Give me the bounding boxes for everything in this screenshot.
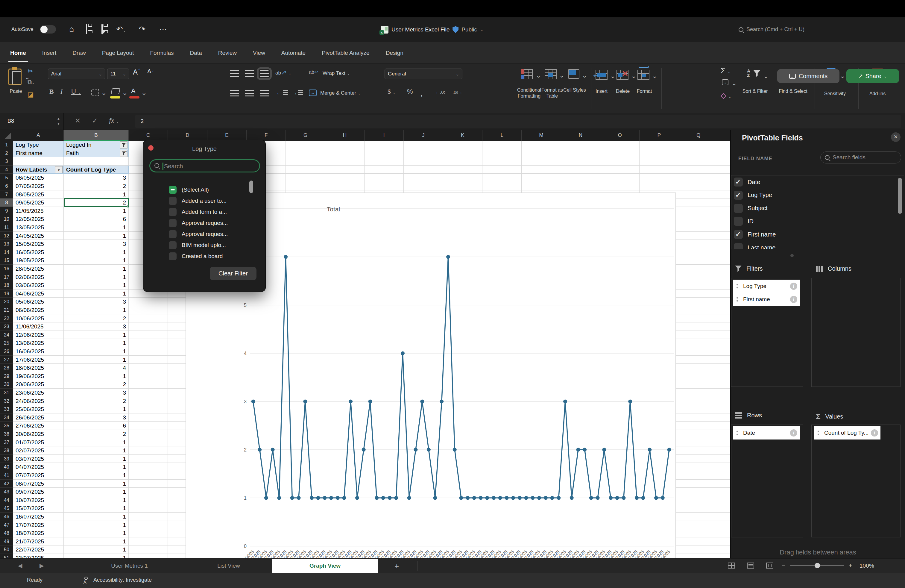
font-color-chevron-icon[interactable]: ⌄: [141, 89, 147, 97]
save-icon[interactable]: [81, 24, 92, 34]
zoom-out-icon[interactable]: −: [782, 563, 785, 569]
row-header-1[interactable]: 1: [0, 141, 13, 149]
cell[interactable]: 05/06/2025: [13, 297, 64, 306]
normal-view-icon[interactable]: [728, 563, 735, 569]
field-chip-date[interactable]: Datei: [733, 426, 800, 440]
ribbon-tab-view[interactable]: View: [252, 50, 266, 56]
cell[interactable]: 04/07/2025: [13, 463, 64, 471]
name-box-spinner[interactable]: ▲▼: [57, 116, 60, 126]
cell[interactable]: [13, 157, 64, 165]
checkbox-icon[interactable]: [734, 230, 743, 239]
sheet-tab-user-metrics-1[interactable]: User Metrics 1: [73, 559, 186, 573]
ribbon-tab-automate[interactable]: Automate: [280, 50, 307, 56]
prev-sheet-icon[interactable]: ◀: [18, 562, 22, 569]
increase-decimal-icon[interactable]: ←.00: [435, 89, 445, 95]
cell[interactable]: 3: [64, 297, 129, 306]
cell[interactable]: 03/06/2025: [13, 281, 64, 289]
row-header-35[interactable]: 35: [0, 421, 13, 430]
field-list-scrollbar[interactable]: [898, 178, 902, 214]
cell[interactable]: 2: [64, 380, 129, 389]
cell[interactable]: 06/05/2025: [13, 174, 64, 182]
column-header-B[interactable]: B: [64, 130, 129, 141]
currency-icon[interactable]: $ ⌄: [387, 88, 395, 95]
borders-icon[interactable]: [91, 89, 99, 96]
cell[interactable]: 03/07/2025: [13, 455, 64, 463]
drag-handle-icon[interactable]: [737, 283, 738, 289]
ribbon-tab-review[interactable]: Review: [217, 50, 238, 56]
cell[interactable]: Logged In▾: [64, 141, 129, 149]
row-header-21[interactable]: 21: [0, 306, 13, 315]
cell[interactable]: 16/06/2025: [13, 347, 64, 356]
cell[interactable]: 1: [64, 356, 129, 364]
cell[interactable]: 08/05/2025: [13, 191, 64, 199]
cell[interactable]: 1: [64, 289, 129, 298]
cell[interactable]: 24/06/2025: [13, 397, 64, 405]
row-header-14[interactable]: 14: [0, 248, 13, 257]
autosave-toggle[interactable]: [40, 25, 56, 33]
ribbon-tab-pivottable-analyze[interactable]: PivotTable Analyze: [321, 50, 371, 56]
page-break-view-icon[interactable]: [766, 563, 773, 569]
undo-icon[interactable]: ↶⌄: [116, 24, 126, 34]
row-header-22[interactable]: 22: [0, 315, 13, 323]
comma-icon[interactable]: ,: [421, 88, 423, 98]
privacy-chevron-icon[interactable]: ⌄: [480, 27, 483, 32]
column-header-N[interactable]: N: [561, 130, 600, 141]
name-box[interactable]: B8 ▲▼: [0, 113, 64, 130]
orientation-icon[interactable]: ab↗ ⌄: [275, 68, 292, 76]
row-header-37[interactable]: 37: [0, 438, 13, 447]
bold-icon[interactable]: B: [49, 88, 54, 95]
cell[interactable]: Row Labels▼: [13, 165, 64, 174]
column-header-C[interactable]: C: [129, 130, 168, 141]
cell[interactable]: 10/07/2025: [13, 496, 64, 504]
add-sheet-button[interactable]: +: [394, 562, 399, 571]
cell[interactable]: 19/06/2025: [13, 372, 64, 380]
cell[interactable]: 12/06/2025: [13, 331, 64, 339]
save-as-icon[interactable]: [97, 24, 107, 34]
cell[interactable]: 1: [64, 273, 129, 281]
cell[interactable]: Count of Log Type: [64, 165, 129, 174]
align-top-icon[interactable]: [230, 70, 239, 77]
decrease-decimal-icon[interactable]: .00→: [452, 89, 462, 95]
cell[interactable]: 1: [64, 554, 129, 558]
row-header-24[interactable]: 24: [0, 331, 13, 339]
align-bottom-icon[interactable]: [260, 70, 269, 77]
row-header-49[interactable]: 49: [0, 537, 13, 546]
cell[interactable]: 1: [64, 405, 129, 413]
borders-chevron-icon[interactable]: ⌄: [101, 89, 106, 97]
column-header-K[interactable]: K: [443, 130, 483, 141]
cell[interactable]: 3: [64, 413, 129, 422]
cell[interactable]: 02/06/2025: [13, 273, 64, 281]
column-header-F[interactable]: F: [247, 130, 286, 141]
cell[interactable]: 1: [64, 521, 129, 529]
row-header-20[interactable]: 20: [0, 297, 13, 306]
row-header-12[interactable]: 12: [0, 232, 13, 240]
cell[interactable]: 1: [64, 455, 129, 463]
font-size-combo[interactable]: 11⌄: [107, 68, 129, 79]
wrap-text-button[interactable]: Wrap Text ⌄: [322, 70, 356, 77]
cell[interactable]: 1: [64, 248, 129, 257]
format-chevron-icon[interactable]: ⌄: [652, 72, 657, 80]
row-header-27[interactable]: 27: [0, 356, 13, 364]
cancel-icon[interactable]: ✕: [75, 117, 81, 125]
clear-filter-button[interactable]: Clear Filter: [210, 267, 256, 280]
zoom-in-icon[interactable]: +: [849, 563, 852, 569]
row-header-10[interactable]: 10: [0, 215, 13, 223]
cell[interactable]: 1: [64, 372, 129, 380]
row-header-30[interactable]: 30: [0, 380, 13, 389]
format-as-table-chevron-icon[interactable]: ⌄: [559, 72, 564, 79]
cell[interactable]: 1: [64, 529, 129, 537]
row-header-33[interactable]: 33: [0, 405, 13, 413]
fill-chevron-icon[interactable]: ⌄: [732, 79, 737, 87]
ribbon-tab-insert[interactable]: Insert: [41, 50, 58, 56]
cell[interactable]: 2: [64, 430, 129, 438]
values-dropzone[interactable]: Count of Log Ty...i: [811, 424, 900, 537]
zoom-slider[interactable]: [790, 565, 844, 566]
cell[interactable]: 23/07/2025: [13, 554, 64, 558]
column-header-E[interactable]: E: [207, 130, 247, 141]
column-header-L[interactable]: L: [483, 130, 522, 141]
cell[interactable]: 1: [64, 339, 129, 347]
insert-chevron-icon[interactable]: ⌄: [610, 72, 615, 80]
merge-center-button[interactable]: Merge & Center ⌄: [320, 90, 371, 96]
row-header-25[interactable]: 25: [0, 339, 13, 347]
cell[interactable]: 1: [64, 488, 129, 496]
